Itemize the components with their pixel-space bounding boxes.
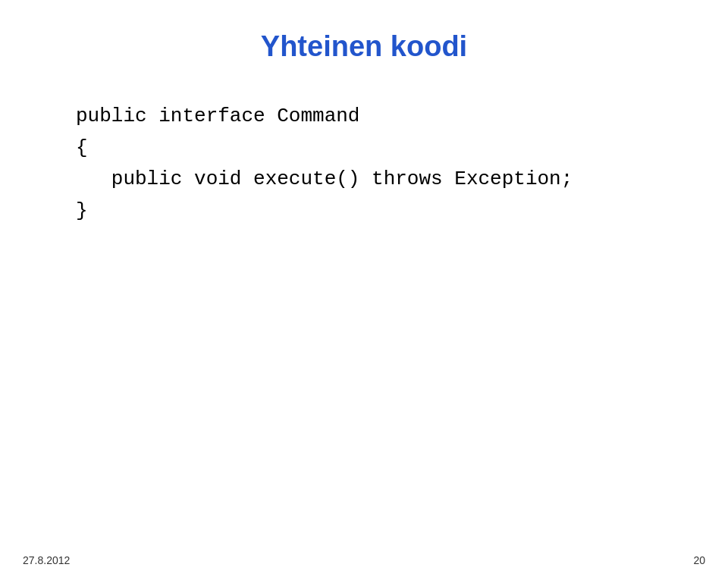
code-line-4: } <box>76 196 682 227</box>
footer-page: 20 <box>693 554 705 566</box>
slide-footer: 27.8.2012 20 <box>23 554 705 566</box>
code-block: public interface Command { public void e… <box>46 101 682 227</box>
code-line-3: public void execute() throws Exception; <box>76 164 682 196</box>
code-line-1: public interface Command <box>76 101 682 133</box>
slide: Yhteinen koodi public interface Command … <box>0 0 728 580</box>
code-line-2: { <box>76 133 682 165</box>
slide-title: Yhteinen koodi <box>46 30 682 63</box>
footer-date: 27.8.2012 <box>23 554 70 566</box>
